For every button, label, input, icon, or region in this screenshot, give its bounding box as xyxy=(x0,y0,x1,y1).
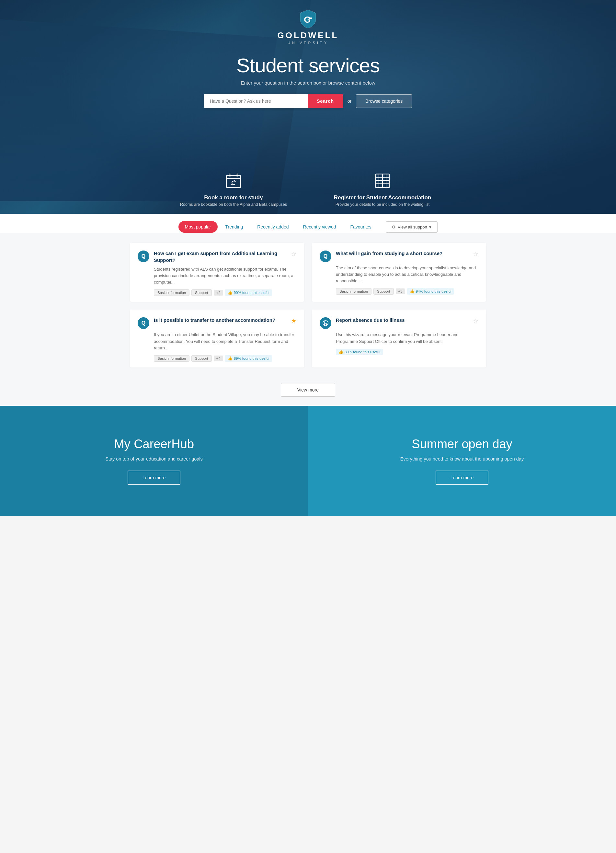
card-header: Q Is it possible to transfer to another … xyxy=(138,317,296,329)
promo-desc-career: Stay on top of your education and career… xyxy=(105,456,203,461)
tab-recently-added[interactable]: Recently added xyxy=(251,221,295,233)
tag-count: +3 xyxy=(396,288,405,294)
qa-icon: Q xyxy=(138,250,149,262)
logo-name: GOLDWELL xyxy=(277,30,339,41)
book-room-title: Book a room for study xyxy=(204,194,263,201)
hero-headline: Student services xyxy=(236,54,380,77)
card-body: Students registered with ALS can get add… xyxy=(154,266,296,285)
tab-trending[interactable]: Trending xyxy=(219,221,250,233)
gear-icon: ⚙ xyxy=(392,225,396,229)
card-title: Report absence due to illness xyxy=(336,317,469,323)
tag-count: +4 xyxy=(214,355,223,361)
thumbs-up-icon: 👍 xyxy=(339,350,343,354)
view-all-label: View all support xyxy=(398,225,427,229)
search-bar-row: Search or Browse categories xyxy=(204,94,412,108)
svg-text:G: G xyxy=(304,15,311,24)
tab-favourites[interactable]: Favourites xyxy=(344,221,378,233)
tag-basic-info[interactable]: Basic information xyxy=(154,355,189,362)
search-input-wrap: Search xyxy=(204,94,343,108)
promo-card-openday: Summer open day Everything you need to k… xyxy=(308,406,616,516)
qa-icon: Q xyxy=(138,317,149,329)
tab-most-popular[interactable]: Most popular xyxy=(179,221,218,233)
useful-text: 94% found this useful xyxy=(416,290,451,293)
tag-support[interactable]: Support xyxy=(191,355,212,362)
useful-badge: 👍 89% found this useful xyxy=(225,355,272,362)
star-icon[interactable]: ☆ xyxy=(473,250,478,258)
search-button[interactable]: Search xyxy=(308,94,343,108)
card-body: If you are in either Unilet or the Stude… xyxy=(154,332,296,351)
hero-content: G GOLDWELL UNIVERSITY Student services E… xyxy=(0,0,616,108)
table-row: Q Is it possible to transfer to another … xyxy=(130,310,304,367)
card-tags: 👍 89% found this useful xyxy=(336,349,478,355)
tag-support[interactable]: Support xyxy=(191,290,212,296)
useful-text: 89% found this useful xyxy=(234,357,269,360)
search-input[interactable] xyxy=(204,94,308,108)
search-or-text: or xyxy=(348,99,351,104)
card-title: How can I get exam support from Addition… xyxy=(154,250,287,264)
accommodation-desc: Provide your details to be included on t… xyxy=(336,202,430,207)
tabs-row: Most popular Trending Recently added Rec… xyxy=(0,221,616,233)
logo-subtitle: UNIVERSITY xyxy=(288,41,328,45)
learn-more-openday-button[interactable]: Learn more xyxy=(436,471,489,485)
hero-section: G GOLDWELL UNIVERSITY Student services E… xyxy=(0,0,616,214)
accommodation-title: Register for Student Accommodation xyxy=(334,194,431,201)
star-icon[interactable]: ☆ xyxy=(473,317,478,325)
tag-basic-info[interactable]: Basic information xyxy=(336,288,371,294)
tag-basic-info[interactable]: Basic information xyxy=(154,290,189,296)
card-title: Is it possible to transfer to another ac… xyxy=(154,317,287,323)
hero-quick-links: Book a room for study Rooms are bookable… xyxy=(0,165,616,214)
star-icon[interactable]: ★ xyxy=(291,317,296,325)
card-header: Q How can I get exam support from Additi… xyxy=(138,250,296,264)
card-tags: Basic information Support +3 👍 94% found… xyxy=(336,288,478,294)
tab-recently-viewed[interactable]: Recently viewed xyxy=(297,221,343,233)
accommodation-icon xyxy=(374,172,391,192)
hero-subtext: Enter your question in the search box or… xyxy=(241,80,375,85)
tag-count: +2 xyxy=(214,290,223,296)
table-row: Q What will I gain from studying a short… xyxy=(312,243,486,302)
table-row: Q How can I get exam support from Additi… xyxy=(130,243,304,302)
promo-card-career: My CareerHub Stay on top of your educati… xyxy=(0,406,308,516)
view-all-support-button[interactable]: ⚙ View all support ▾ xyxy=(386,222,438,233)
star-icon[interactable]: ☆ xyxy=(291,250,296,258)
thumbs-up-icon: 👍 xyxy=(228,290,233,295)
view-more-section: View more xyxy=(0,374,616,406)
wizard-icon xyxy=(320,317,331,329)
promo-title-career: My CareerHub xyxy=(114,437,194,452)
useful-badge: 👍 94% found this useful xyxy=(407,288,454,294)
table-row: Report absence due to illness ☆ Use this… xyxy=(312,310,486,367)
useful-badge: 👍 89% found this useful xyxy=(336,349,383,355)
chevron-down-icon: ▾ xyxy=(429,225,431,229)
hero-quick-link-1[interactable]: Register for Student Accommodation Provi… xyxy=(308,165,457,214)
svg-rect-1 xyxy=(309,18,312,19)
useful-text: 89% found this useful xyxy=(345,350,380,354)
card-header: Q What will I gain from studying a short… xyxy=(320,250,478,262)
book-room-icon xyxy=(225,172,242,192)
promo-title-openday: Summer open day xyxy=(412,437,512,452)
promo-section: My CareerHub Stay on top of your educati… xyxy=(0,406,616,516)
card-body: The aim of these short courses is to dev… xyxy=(336,265,478,284)
card-tags: Basic information Support +2 👍 90% found… xyxy=(154,290,296,296)
browse-categories-button[interactable]: Browse categories xyxy=(356,94,412,108)
tag-support[interactable]: Support xyxy=(374,288,394,294)
tabs-section: Most popular Trending Recently added Rec… xyxy=(0,214,616,233)
logo-area: G GOLDWELL UNIVERSITY xyxy=(277,9,339,45)
thumbs-up-icon: 👍 xyxy=(410,289,415,294)
promo-desc-openday: Everything you need to know about the up… xyxy=(400,456,524,461)
view-more-button[interactable]: View more xyxy=(281,383,335,397)
card-title: What will I gain from studying a short c… xyxy=(336,250,469,257)
thumbs-up-icon: 👍 xyxy=(228,356,233,361)
logo-icon: G xyxy=(300,9,316,29)
book-room-desc: Rooms are bookable on both the Alpha and… xyxy=(180,202,287,207)
svg-rect-2 xyxy=(226,175,241,188)
useful-badge: 👍 90% found this useful xyxy=(225,290,272,296)
card-body: Use this wizard to message your relevant… xyxy=(336,332,478,345)
qa-icon: Q xyxy=(320,250,331,262)
content-section: Q How can I get exam support from Additi… xyxy=(0,233,616,374)
useful-text: 90% found this useful xyxy=(234,291,269,294)
card-header: Report absence due to illness ☆ xyxy=(320,317,478,329)
cards-grid: Q How can I get exam support from Additi… xyxy=(130,243,486,367)
learn-more-career-button[interactable]: Learn more xyxy=(128,471,181,485)
hero-quick-link-0[interactable]: Book a room for study Rooms are bookable… xyxy=(159,165,308,214)
card-tags: Basic information Support +4 👍 89% found… xyxy=(154,355,296,362)
